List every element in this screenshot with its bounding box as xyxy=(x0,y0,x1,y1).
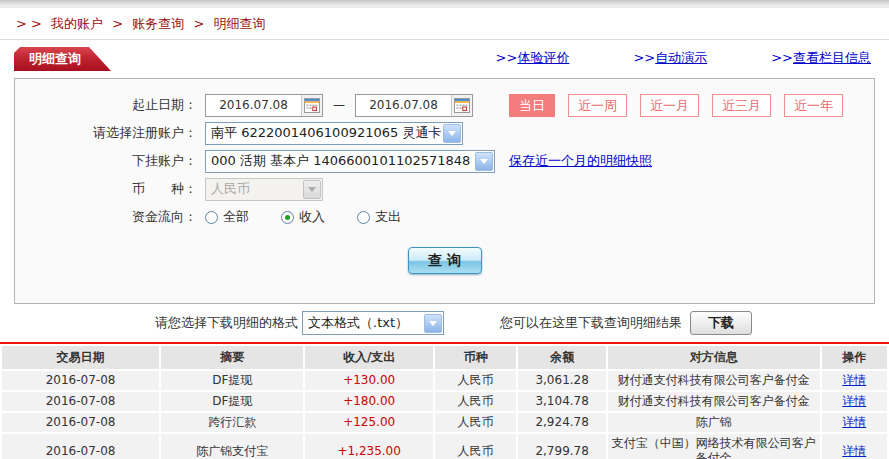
cell-summary: 陈广锦支付宝 xyxy=(161,434,303,459)
query-form-panel: 起止日期： 2016.07.08 — 2016.07.08 xyxy=(14,78,875,304)
section-header-row: 明细查询 >>体验评价 >>自动演示 >>查看栏目信息 xyxy=(14,45,875,71)
link-view-column-info[interactable]: >>查看栏目信息 xyxy=(771,49,871,67)
breadcrumb-separator: > xyxy=(112,16,123,31)
detail-link[interactable]: 详情 xyxy=(842,394,866,408)
quick-date-year-button[interactable]: 近一年 xyxy=(784,94,843,117)
flow-radio-expense-label: 支出 xyxy=(375,208,401,226)
table-row: 2016-07-08 DF提现 +130.00 人民币 3,061.28 财付通… xyxy=(2,371,887,390)
cell-balance: 3,061.28 xyxy=(518,371,606,390)
fund-flow-label: 资金流向： xyxy=(15,208,201,226)
cell-currency: 人民币 xyxy=(435,371,516,390)
cell-amount: +130.00 xyxy=(305,371,432,390)
breadcrumb-item-detail-query[interactable]: 明细查询 xyxy=(213,16,265,31)
radio-icon xyxy=(205,211,218,224)
date-range-label: 起止日期： xyxy=(15,96,201,114)
link-arrow-prefix: >> xyxy=(496,50,518,65)
radio-icon xyxy=(357,211,370,224)
download-format-select[interactable]: 文本格式（.txt） xyxy=(302,311,444,335)
query-button-row: 查 询 xyxy=(15,247,874,274)
cell-currency: 人民币 xyxy=(435,392,516,411)
radio-checked-icon xyxy=(281,211,294,224)
header-action: 操作 xyxy=(822,346,888,369)
register-account-label: 请选择注册账户： xyxy=(15,124,201,142)
flow-radio-expense[interactable]: 支出 xyxy=(353,208,401,226)
flow-radio-income-label: 收入 xyxy=(299,208,325,226)
cell-counterparty: 财付通支付科技有限公司客户备付金 xyxy=(608,371,819,390)
link-auto-demo[interactable]: >>自动演示 xyxy=(633,49,707,67)
breadcrumb-item-account-query[interactable]: 账务查询 xyxy=(132,16,184,31)
query-button[interactable]: 查 询 xyxy=(408,247,482,274)
header-currency: 币种 xyxy=(435,346,516,369)
flow-radio-income[interactable]: 收入 xyxy=(277,208,325,226)
flow-radio-all[interactable]: 全部 xyxy=(201,208,249,226)
cell-counterparty: 财付通支付科技有限公司客户备付金 xyxy=(608,392,819,411)
chevron-down-icon xyxy=(303,180,321,199)
register-account-value: 南平 6222001406100921065 灵通卡 xyxy=(211,124,441,142)
detail-link[interactable]: 详情 xyxy=(842,373,866,387)
link-label: 自动演示 xyxy=(655,50,707,65)
cell-amount: +125.00 xyxy=(305,413,432,432)
breadcrumb: > > 我的账户 > 账务查询 > 明细查询 xyxy=(0,8,889,40)
register-account-select[interactable]: 南平 6222001406100921065 灵通卡 xyxy=(205,122,463,145)
cell-summary: DF提现 xyxy=(161,371,303,390)
link-arrow-prefix: >> xyxy=(633,50,655,65)
header-date: 交易日期 xyxy=(2,346,159,369)
cell-currency: 人民币 xyxy=(435,413,516,432)
cell-date: 2016-07-08 xyxy=(2,434,159,459)
download-result-label: 您可以在这里下载查询明细结果 xyxy=(500,314,682,332)
download-row: 请您选择下载明细的格式 文本格式（.txt） 您可以在这里下载查询明细结果 下载 xyxy=(0,304,889,342)
cell-balance: 2,799.78 xyxy=(518,434,606,459)
currency-value: 人民币 xyxy=(211,180,250,198)
currency-select-disabled: 人民币 xyxy=(205,178,323,201)
breadcrumb-item-my-account[interactable]: 我的账户 xyxy=(51,16,103,31)
start-date-input[interactable]: 2016.07.08 xyxy=(205,94,323,117)
save-monthly-snapshot-link[interactable]: 保存近一个月的明细快照 xyxy=(509,152,652,170)
sub-account-select[interactable]: 000 活期 基本户 1406600101102571848 xyxy=(205,150,495,173)
calendar-icon[interactable] xyxy=(451,95,472,116)
cell-balance: 3,104.78 xyxy=(518,392,606,411)
end-date-value: 2016.07.08 xyxy=(356,98,451,112)
link-experience-rating[interactable]: >>体验评价 xyxy=(496,49,570,67)
quick-date-month-button[interactable]: 近一月 xyxy=(640,94,699,117)
chevron-down-icon xyxy=(424,314,442,333)
link-label: 查看栏目信息 xyxy=(793,50,871,65)
page-title-ribbon: 明细查询 xyxy=(14,47,111,71)
quick-date-quarter-button[interactable]: 近三月 xyxy=(712,94,771,117)
cell-action: 详情 xyxy=(822,413,888,432)
cell-amount: +1,235.00 xyxy=(305,434,432,459)
cell-date: 2016-07-08 xyxy=(2,392,159,411)
cell-counterparty: 支付宝（中国）网络技术有限公司客户备付金 xyxy=(608,434,819,459)
download-button[interactable]: 下载 xyxy=(690,311,752,335)
sub-account-row: 下挂账户： 000 活期 基本户 1406600101102571848 保存近… xyxy=(15,147,874,175)
currency-row: 币 种： 人民币 xyxy=(15,175,874,203)
transaction-table: 交易日期 摘要 收入/支出 币种 余额 对方信息 操作 2016-07-08 D… xyxy=(0,344,889,459)
quick-date-week-button[interactable]: 近一周 xyxy=(568,94,627,117)
cell-summary: DF提现 xyxy=(161,392,303,411)
header-links: >>体验评价 >>自动演示 >>查看栏目信息 xyxy=(496,49,875,71)
table-header-row: 交易日期 摘要 收入/支出 币种 余额 对方信息 操作 xyxy=(2,346,887,369)
detail-link[interactable]: 详情 xyxy=(842,415,866,429)
header-amount: 收入/支出 xyxy=(305,346,432,369)
breadcrumb-prefix: > > xyxy=(16,16,42,31)
start-date-value: 2016.07.08 xyxy=(206,98,301,112)
cell-action: 详情 xyxy=(822,392,888,411)
calendar-icon[interactable] xyxy=(301,95,322,116)
date-range-dash: — xyxy=(333,98,345,112)
cell-currency: 人民币 xyxy=(435,434,516,459)
cell-summary: 跨行汇款 xyxy=(161,413,303,432)
quick-date-today-button[interactable]: 当日 xyxy=(509,94,555,117)
cell-counterparty: 陈广锦 xyxy=(608,413,819,432)
end-date-input[interactable]: 2016.07.08 xyxy=(355,94,473,117)
calendar-icon-glyph xyxy=(454,98,470,113)
fund-flow-row: 资金流向： 全部 收入 支出 xyxy=(15,203,874,231)
header-summary: 摘要 xyxy=(161,346,303,369)
link-arrow-prefix: >> xyxy=(771,50,793,65)
calendar-icon-glyph xyxy=(304,98,320,113)
header-balance: 余额 xyxy=(518,346,606,369)
table-row: 2016-07-08 跨行汇款 +125.00 人民币 2,924.78 陈广锦… xyxy=(2,413,887,432)
detail-link[interactable]: 详情 xyxy=(842,444,866,458)
breadcrumb-separator: > xyxy=(193,16,204,31)
cell-balance: 2,924.78 xyxy=(518,413,606,432)
download-format-label: 请您选择下载明细的格式 xyxy=(155,314,298,332)
sub-account-value: 000 活期 基本户 1406600101102571848 xyxy=(211,152,470,170)
